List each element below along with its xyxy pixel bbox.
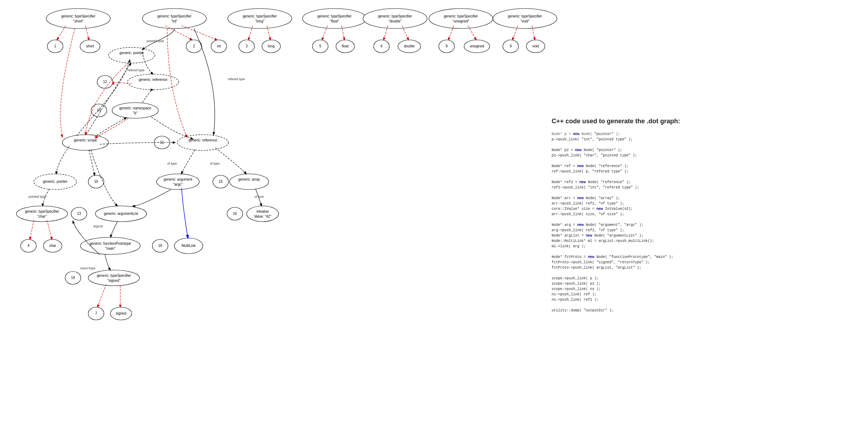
svg-text:generic: reference: generic: reference: [189, 138, 217, 142]
svg-text:generic: typeSpecifier: generic: typeSpecifier: [25, 209, 59, 213]
node-typespec-double: [363, 9, 427, 29]
svg-text:generic: typeSpecifier: generic: typeSpecifier: [378, 14, 412, 18]
svg-text:"void": "void": [520, 19, 530, 23]
svg-text:9: 9: [510, 44, 512, 48]
svg-text:char: char: [49, 244, 56, 248]
svg-text:generic: array: generic: array: [238, 177, 260, 181]
edge-scope-namespace: [94, 118, 126, 137]
svg-text:unsigned: unsigned: [470, 44, 484, 48]
svg-text:"int": "int": [171, 19, 178, 23]
svg-text:signed: signed: [116, 311, 126, 315]
svg-text:"signed": "signed": [107, 279, 121, 283]
svg-text:MultiLink: MultiLink: [182, 244, 196, 248]
edge-argument-multilink: [182, 188, 188, 238]
edge-scope-pointer-upper2: [86, 63, 131, 135]
edge-scope-pointer-upper: [77, 60, 130, 136]
svg-text:4: 4: [27, 244, 30, 248]
node-reference-lower: [177, 135, 228, 150]
svg-text:of type: of type: [210, 162, 220, 165]
svg-text:16: 16: [233, 212, 237, 216]
svg-text:generic: typeSpecifier: generic: typeSpecifier: [444, 14, 478, 18]
svg-text:short: short: [86, 44, 94, 48]
node-reference-upper: [127, 74, 179, 90]
edge-char-char: [47, 220, 52, 239]
node-namespace-b: [112, 103, 158, 118]
svg-text:double: double: [404, 44, 415, 48]
edge-namespace-reference: [142, 90, 153, 103]
svg-text:5: 5: [319, 44, 321, 48]
svg-text:2: 2: [193, 44, 195, 48]
node-scope: [62, 135, 109, 150]
code-block: Node* p = new Node( "pointer" ); p->push…: [552, 131, 861, 313]
svg-text:intvalue: intvalue: [257, 209, 269, 213]
node-typespec-float: [303, 9, 367, 29]
svg-text:int: int: [217, 44, 221, 48]
svg-text:15: 15: [219, 180, 223, 183]
svg-text:"b": "b": [133, 111, 138, 115]
svg-text:"long": "long": [255, 19, 264, 23]
svg-text:Value: "42": Value: "42": [254, 214, 272, 218]
edge-namespace-scope-red: [95, 118, 128, 138]
svg-text:generic: argument: generic: argument: [164, 177, 193, 181]
svg-text:argList: argList: [93, 224, 103, 228]
svg-text:generic: functionPrototype: generic: functionPrototype: [90, 242, 131, 245]
svg-text:of type: of type: [167, 162, 177, 165]
edge-funcproto-signed: [105, 254, 110, 270]
svg-text:generic: typeSpecifier: generic: typeSpecifier: [508, 14, 542, 18]
svg-text:generic: scope: generic: scope: [74, 138, 97, 142]
svg-text:generic: pointer: generic: pointer: [120, 51, 144, 55]
svg-text:8: 8: [446, 44, 448, 48]
svg-text:"short": "short": [73, 19, 84, 23]
svg-text:long: long: [268, 44, 275, 48]
svg-text:10: 10: [94, 180, 98, 183]
svg-text:12: 12: [103, 80, 107, 84]
node-pointer-upper: [109, 47, 155, 63]
svg-text:generic: namespace: generic: namespace: [119, 106, 151, 110]
svg-text:generic: typeSpecifier: generic: typeSpecifier: [317, 14, 352, 18]
node-typespec-void: [493, 9, 557, 29]
svg-text:"unsigned": "unsigned": [452, 19, 469, 23]
node-argument-argc: [157, 174, 199, 190]
svg-text:generic: typeSpecifier: generic: typeSpecifier: [243, 14, 277, 18]
svg-text:3: 3: [246, 44, 248, 48]
edge-reference-lower-array: [215, 148, 246, 174]
node-typespec-char: [16, 206, 68, 222]
edge-pointer-upper-scope: [85, 63, 128, 135]
node-typespec-long: [228, 9, 292, 29]
node-intvalue: [247, 206, 279, 222]
svg-text:7: 7: [95, 311, 97, 315]
svg-text:"argc": "argc": [173, 182, 183, 186]
svg-text:refered type: refered type: [127, 68, 144, 72]
svg-text:generic: typeSpecifier: generic: typeSpecifier: [157, 14, 192, 18]
svg-text:generic: pointer: generic: pointer: [43, 180, 68, 183]
edge-reference-lower-argument: [182, 150, 195, 174]
edge-char-4: [30, 220, 34, 239]
svg-text:float: float: [342, 44, 349, 48]
svg-text:6: 6: [380, 44, 383, 48]
edge-signed-7: [98, 284, 106, 307]
edge-argument-arglist: [133, 190, 171, 206]
node-function-prototype: [80, 237, 140, 254]
node-typespec-short: [46, 9, 110, 29]
code-title: C++ code used to generate the .dot graph…: [552, 118, 861, 125]
svg-text:generic: reference: generic: reference: [139, 78, 168, 82]
edge-short-1: [57, 26, 66, 40]
svg-text:19: 19: [71, 276, 75, 280]
edge-arglist-funcproto: [111, 222, 117, 237]
svg-text:1: 1: [54, 44, 56, 48]
svg-text:18: 18: [158, 244, 162, 248]
svg-text:11: 11: [160, 140, 164, 144]
node-typespec-unsigned: [429, 9, 493, 29]
edge-scope-pointer-lower: [56, 146, 69, 174]
node-typespec-int: [142, 9, 206, 29]
edge-namespace-reference-lower: [151, 117, 193, 139]
code-section: C++ code used to generate the .dot graph…: [552, 118, 861, 313]
svg-text:"char": "char": [37, 214, 47, 218]
svg-text:generic: typeSpecifier: generic: typeSpecifier: [97, 274, 131, 278]
node-array: [230, 174, 269, 190]
svg-text:returnType: returnType: [80, 266, 95, 270]
svg-text:pointed type: pointed type: [28, 195, 46, 198]
svg-text:refered type: refered type: [228, 77, 245, 81]
svg-text:13: 13: [77, 212, 81, 216]
svg-text:"float": "float": [330, 19, 339, 23]
